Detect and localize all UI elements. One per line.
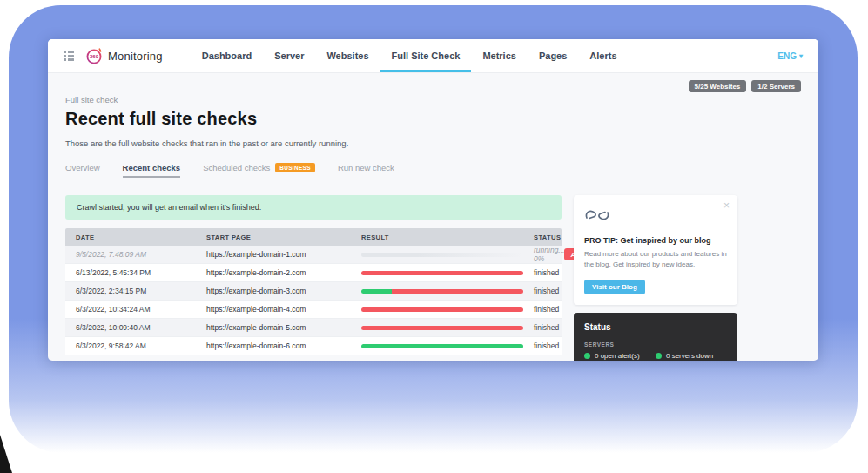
tab-bar: Overview Recent checks Scheduled checks … — [65, 163, 801, 178]
inspiration-hands-icon — [584, 206, 610, 225]
language-selector[interactable]: ENG ▾ — [777, 39, 803, 72]
column-header-result: RESULT — [361, 233, 534, 241]
check-status: finished — [534, 323, 559, 332]
pro-tip-body: Read more about our products and feature… — [584, 249, 727, 271]
table-row[interactable]: 6/3/2022, 2:34:15 PM https://example-dom… — [65, 282, 562, 301]
progress-bar — [361, 344, 523, 348]
nav-item-alerts[interactable]: Alerts — [578, 39, 628, 72]
top-navbar: 360 Monitoring Dashboard Server Websites… — [48, 39, 818, 73]
column-header-date: DATE — [76, 233, 206, 241]
progress-bar — [361, 307, 523, 312]
brand-name: Monitoring — [108, 50, 163, 63]
language-label: ENG — [777, 51, 797, 61]
brand-logo[interactable]: 360 Monitoring — [84, 39, 163, 72]
chevron-down-icon: ▾ — [799, 52, 803, 60]
check-status: finished — [534, 341, 559, 350]
business-badge: BUSINESS — [275, 163, 315, 172]
check-start-page: https://example-domain-6.com — [206, 341, 361, 350]
check-start-page: https://example-domain-2.com — [206, 268, 361, 277]
tab-recent-checks[interactable]: Recent checks — [123, 163, 181, 178]
quota-badges: 5/25 Websites 1/2 Servers — [65, 80, 801, 92]
check-date: 6/13/2022, 5:45:34 PM — [76, 268, 206, 277]
servers-down: 0 servers down — [656, 352, 727, 360]
close-icon[interactable]: × — [723, 199, 730, 212]
table-row[interactable]: 6/3/2022, 10:09:40 AM https://example-do… — [65, 319, 562, 337]
table-header: DATE START PAGE RESULT STATUS — [65, 228, 562, 246]
progress-bar — [361, 326, 523, 330]
check-start-page: https://example-domain-5.com — [206, 323, 361, 332]
websites-quota-badge: 5/25 Websites — [689, 80, 747, 92]
nav-item-pages[interactable]: Pages — [528, 39, 578, 72]
pro-tip-title: PRO TIP: Get inspired by our blog — [584, 236, 727, 245]
crawl-started-banner: Crawl started, you will get an email whe… — [65, 195, 562, 220]
nav-item-websites[interactable]: Websites — [315, 39, 380, 72]
tab-overview[interactable]: Overview — [65, 163, 100, 178]
check-status: finished — [534, 287, 559, 295]
breadcrumb: Full site check — [65, 95, 801, 105]
nav-item-metrics[interactable]: Metrics — [471, 39, 528, 72]
check-date: 6/3/2022, 10:34:24 AM — [76, 305, 206, 314]
page-title: Recent full site checks — [65, 109, 801, 129]
check-date: 9/5/2022, 7:48:09 AM — [76, 250, 206, 259]
svg-text:360: 360 — [90, 54, 99, 59]
page-subtitle: Those are the full website checks that r… — [65, 139, 801, 148]
check-date: 6/3/2022, 10:09:40 AM — [76, 323, 206, 332]
tab-run-new-check[interactable]: Run new check — [338, 163, 394, 178]
progress-bar — [361, 253, 523, 257]
visit-blog-button[interactable]: Visit our Blog — [584, 280, 645, 294]
check-date: 6/3/2022, 2:34:15 PM — [76, 287, 206, 295]
apps-grid-icon[interactable] — [64, 51, 74, 61]
table-row[interactable]: 6/3/2022, 9:58:42 AM https://example-dom… — [65, 337, 562, 355]
status-panel: Status SERVERS 0 open alert(s) 0 servers… — [574, 313, 737, 361]
logo-360-icon: 360 — [84, 46, 104, 65]
checks-table: DATE START PAGE RESULT STATUS 9/5/2022, … — [65, 228, 562, 355]
green-status-dot-icon — [584, 353, 590, 359]
nav-menu: Dashboard Server Websites Full Site Chec… — [191, 39, 629, 72]
table-row[interactable]: 6/13/2022, 5:45:34 PM https://example-do… — [65, 264, 562, 282]
progress-bar — [361, 271, 523, 275]
nav-item-full-site-check[interactable]: Full Site Check — [380, 39, 472, 72]
table-row[interactable]: 9/5/2022, 7:48:09 AM https://example-dom… — [65, 246, 562, 264]
nav-item-server[interactable]: Server — [263, 39, 315, 72]
corner-wedge-decoration — [0, 435, 12, 473]
tab-scheduled-checks[interactable]: Scheduled checks BUSINESS — [203, 163, 315, 178]
check-status: finished — [534, 305, 559, 314]
browser-window: 360 Monitoring Dashboard Server Websites… — [48, 39, 818, 361]
check-start-page: https://example-domain-1.com — [206, 250, 361, 259]
check-start-page: https://example-domain-3.com — [206, 287, 361, 295]
green-status-dot-icon — [656, 353, 662, 359]
progress-bar — [361, 289, 523, 294]
check-status: finished — [534, 268, 559, 277]
check-start-page: https://example-domain-4.com — [206, 305, 361, 314]
column-header-status: STATUS — [534, 233, 561, 241]
status-panel-title: Status — [584, 322, 727, 332]
servers-quota-badge: 1/2 Servers — [751, 80, 801, 92]
check-status: running... 0% — [534, 246, 564, 263]
table-row[interactable]: 6/3/2022, 10:34:24 AM https://example-do… — [65, 301, 562, 319]
servers-section-label: SERVERS — [584, 341, 727, 348]
pro-tip-card: × PRO TIP: Get inspired by our blog Read… — [574, 195, 737, 305]
check-date: 6/3/2022, 9:58:42 AM — [76, 341, 206, 350]
column-header-start-page: START PAGE — [206, 233, 361, 241]
nav-item-dashboard[interactable]: Dashboard — [191, 39, 263, 72]
servers-open-alerts: 0 open alert(s) — [584, 352, 656, 360]
